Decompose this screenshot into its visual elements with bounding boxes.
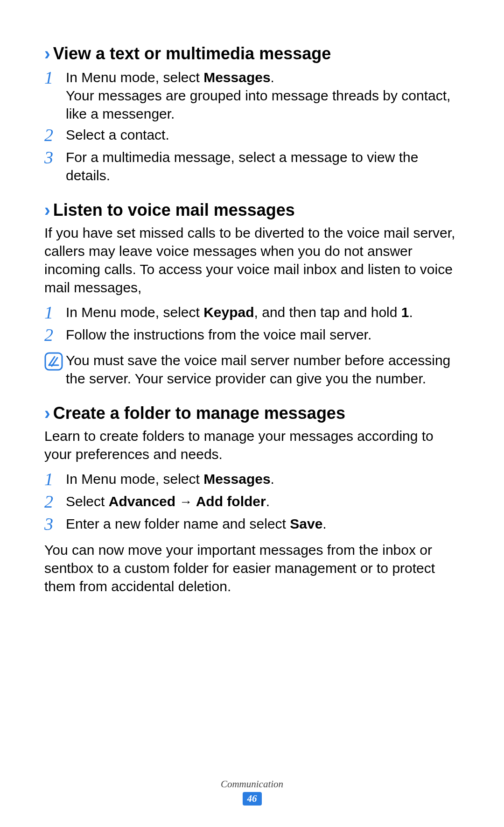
step-number: 3	[44, 148, 66, 184]
step-bold: Messages	[203, 70, 270, 85]
step-text: .	[271, 70, 274, 85]
page-number: 46	[243, 792, 262, 806]
step-number: 1	[44, 470, 66, 489]
note: You must save the voice mail server numb…	[44, 351, 460, 388]
heading-text: Listen to voice mail messages	[53, 200, 295, 220]
section-intro: Learn to create folders to manage your m…	[44, 427, 460, 463]
step-number: 3	[44, 515, 66, 534]
step-bold: Add folder	[196, 494, 266, 509]
step-item: 3 Enter a new folder name and select Sav…	[44, 515, 460, 534]
step-body: In Menu mode, select Keypad, and then ta…	[66, 303, 413, 323]
svg-rect-0	[45, 353, 62, 370]
section-heading-view-message: › View a text or multimedia message	[44, 44, 460, 64]
step-bold: Keypad	[203, 304, 254, 320]
step-text: .	[409, 304, 413, 320]
section-heading-voicemail: › Listen to voice mail messages	[44, 200, 460, 220]
step-text: Select	[66, 494, 109, 509]
footer-label: Communication	[0, 778, 504, 790]
note-text: You must save the voice mail server numb…	[66, 351, 460, 388]
step-item: 2 Select Advanced → Add folder.	[44, 492, 460, 512]
step-text: , and then tap and hold	[254, 304, 401, 320]
heading-text: Create a folder to manage messages	[53, 403, 345, 423]
step-text: .	[271, 471, 274, 487]
chevron-icon: ›	[44, 404, 50, 422]
step-text: .	[266, 494, 270, 509]
step-number: 2	[44, 126, 66, 145]
step-body: Enter a new folder name and select Save.	[66, 515, 327, 534]
step-item: 3 For a multimedia message, select a mes…	[44, 148, 460, 184]
step-extra: Your messages are grouped into message t…	[66, 86, 460, 123]
step-number: 1	[44, 68, 66, 123]
step-item: 1 In Menu mode, select Messages.	[44, 470, 460, 489]
step-list: 1 In Menu mode, select Keypad, and then …	[44, 303, 460, 345]
step-text: Select a contact.	[66, 127, 169, 142]
section-outro: You can now move your important messages…	[44, 541, 460, 595]
step-text: For a multimedia message, select a messa…	[66, 149, 418, 183]
step-list: 1 In Menu mode, select Messages. 2 Selec…	[44, 470, 460, 534]
step-text: .	[322, 516, 326, 531]
step-list: 1 In Menu mode, select Messages. Your me…	[44, 68, 460, 184]
step-bold: Save	[290, 516, 322, 531]
step-body: Follow the instructions from the voice m…	[66, 325, 371, 345]
chevron-icon: ›	[44, 45, 50, 63]
arrow-icon: →	[175, 495, 196, 509]
step-text: In Menu mode, select	[66, 304, 203, 320]
step-number: 1	[44, 303, 66, 323]
manual-page: › View a text or multimedia message 1 In…	[0, 0, 504, 827]
step-body: Select a contact.	[66, 126, 169, 145]
step-text: In Menu mode, select	[66, 70, 203, 85]
step-body: Select Advanced → Add folder.	[66, 492, 270, 512]
step-bold: 1	[401, 304, 409, 320]
step-text: Follow the instructions from the voice m…	[66, 327, 371, 342]
step-body: For a multimedia message, select a messa…	[66, 148, 460, 184]
step-bold: Advanced	[109, 494, 175, 509]
chevron-icon: ›	[44, 201, 50, 219]
step-item: 2 Follow the instructions from the voice…	[44, 325, 460, 345]
section-intro: If you have set missed calls to be diver…	[44, 224, 460, 297]
step-text: Enter a new folder name and select	[66, 516, 290, 531]
heading-text: View a text or multimedia message	[53, 44, 331, 64]
page-footer: Communication 46	[0, 778, 504, 806]
step-body: In Menu mode, select Messages. Your mess…	[66, 68, 460, 123]
step-number: 2	[44, 325, 66, 345]
step-number: 2	[44, 492, 66, 512]
step-body: In Menu mode, select Messages.	[66, 470, 274, 489]
step-item: 1 In Menu mode, select Keypad, and then …	[44, 303, 460, 323]
step-item: 1 In Menu mode, select Messages. Your me…	[44, 68, 460, 123]
note-icon	[44, 351, 66, 371]
step-bold: Messages	[203, 471, 270, 487]
section-heading-create-folder: › Create a folder to manage messages	[44, 403, 460, 423]
step-text: In Menu mode, select	[66, 471, 203, 487]
step-item: 2 Select a contact.	[44, 126, 460, 145]
